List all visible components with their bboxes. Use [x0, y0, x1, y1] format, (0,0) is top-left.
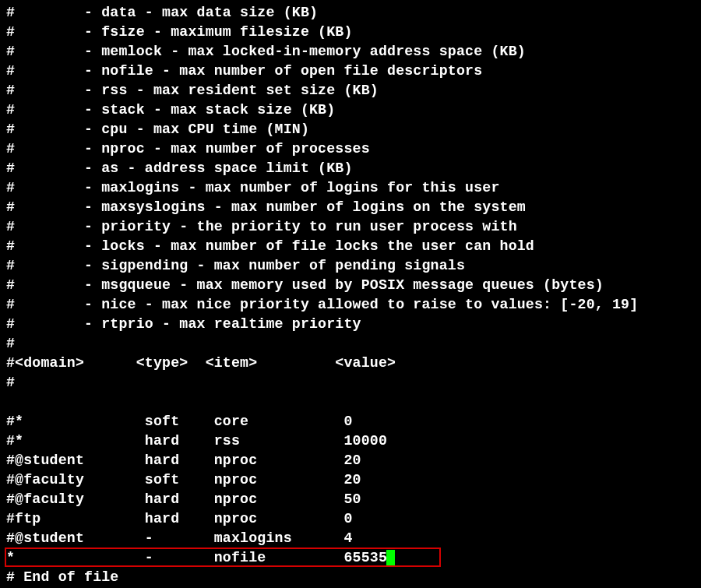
comment-line-12: # - locks - max number of file locks the…: [6, 237, 695, 256]
limits-entry-5: #ftp hard nproc 0: [6, 509, 695, 529]
limits-entry-7: * - nofile 65535: [6, 548, 695, 568]
terminal-output[interactable]: # - data - max data size (KB)# - fsize -…: [0, 0, 701, 588]
comment-line-5: # - stack - max stack size (KB): [6, 100, 695, 120]
limits-entry-0: #* soft core 0: [6, 412, 695, 431]
comment-line-11: # - priority - the priority to run user …: [6, 217, 695, 237]
comment-line-2: # - memlock - max locked-in-memory addre…: [6, 42, 695, 62]
comment-line-17: #: [6, 334, 695, 354]
comment-line-0: # - data - max data size (KB): [6, 3, 695, 23]
comment-line-7: # - nproc - max number of processes: [6, 139, 695, 159]
limits-entry-1: #* hard rss 10000: [6, 431, 695, 451]
comment-line-1: # - fsize - maximum filesize (KB): [6, 23, 695, 42]
limits-entry-6: #@student - maxlogins 4: [6, 529, 695, 548]
comment-line-4: # - rss - max resident set size (KB): [6, 81, 695, 100]
comment-line-9: # - maxlogins - max number of logins for…: [6, 178, 695, 198]
comment-line-13: # - sigpending - max number of pending s…: [6, 256, 695, 276]
end-of-file-line: # End of file: [6, 568, 695, 587]
comment-line-3: # - nofile - max number of open file des…: [6, 62, 695, 81]
comment-line-8: # - as - address space limit (KB): [6, 159, 695, 178]
comment-blank: #: [6, 373, 695, 393]
limits-entry-2: #@student hard nproc 20: [6, 451, 695, 470]
comment-line-15: # - nice - max nice priority allowed to …: [6, 295, 695, 315]
text-cursor: [386, 550, 395, 565]
blank-line: [6, 393, 695, 412]
comment-line-14: # - msgqueue - max memory used by POSIX …: [6, 276, 695, 295]
comment-line-10: # - maxsyslogins - max number of logins …: [6, 198, 695, 217]
comment-line-16: # - rtprio - max realtime priority: [6, 315, 695, 334]
limits-entry-3: #@faculty soft nproc 20: [6, 470, 695, 490]
comment-line-6: # - cpu - max CPU time (MIN): [6, 120, 695, 139]
limits-entry-4: #@faculty hard nproc 50: [6, 490, 695, 509]
column-header-line: #<domain> <type> <item> <value>: [6, 354, 695, 373]
